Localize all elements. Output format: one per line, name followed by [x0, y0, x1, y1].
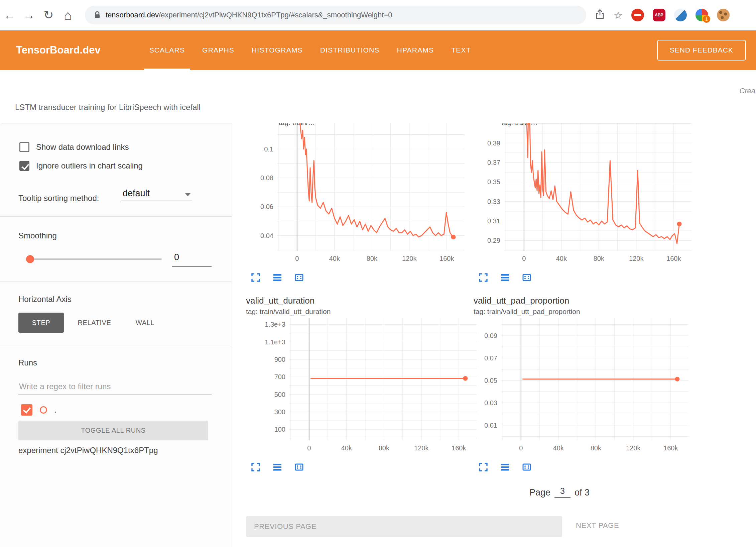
show-download-links-checkbox[interactable] [19, 142, 29, 152]
svg-text:0.1: 0.1 [264, 145, 273, 153]
experiment-id-label: experiment cj2vtPiwQHKN9Q1tx6PTpg [18, 446, 158, 455]
axis-wall-button[interactable]: WALL [126, 313, 164, 333]
smoothing-value[interactable]: 0 [172, 252, 212, 267]
data-table-icon[interactable] [272, 272, 282, 283]
tab-distributions[interactable]: DISTRIBUTIONS [311, 30, 388, 70]
extension-blocker-icon[interactable] [631, 9, 644, 21]
send-feedback-button[interactable]: SEND FEEDBACK [657, 40, 746, 61]
divider [0, 347, 232, 347]
bookmark-star-icon[interactable]: ☆ [614, 9, 623, 21]
toggle-all-runs-button[interactable]: TOGGLE ALL RUNS [18, 421, 208, 440]
svg-text:500: 500 [274, 391, 285, 398]
page-label: Page [529, 487, 550, 498]
fullscreen-icon[interactable] [478, 462, 488, 472]
svg-text:1.1e+3: 1.1e+3 [265, 338, 285, 346]
chevron-down-icon [185, 193, 191, 196]
svg-text:160k: 160k [439, 255, 454, 262]
url-bar[interactable]: tensorboard.dev/experiment/cj2vtPiwQHKN9… [85, 6, 586, 24]
svg-text:0.03: 0.03 [484, 399, 497, 407]
svg-text:0.09: 0.09 [484, 332, 497, 339]
tab-histograms[interactable]: HISTOGRAMS [243, 30, 311, 70]
tab-text[interactable]: TEXT [443, 30, 479, 70]
back-icon[interactable]: ← [0, 8, 19, 22]
previous-page-button[interactable]: PREVIOUS PAGE [246, 516, 562, 537]
app-header: TensorBoard.dev SCALARS GRAPHS HISTOGRAM… [0, 30, 756, 70]
fit-domain-icon[interactable] [522, 462, 532, 472]
tab-hparams[interactable]: HPARAMS [388, 30, 443, 70]
charts-panel: tag: train/… tag: train/… 0.040.060.080.… [232, 123, 756, 547]
chart-plot-bottom-left[interactable]: 1003005007009001.1e+31.3e+3040k80k120k16… [263, 318, 483, 457]
fit-domain-icon[interactable] [294, 462, 304, 472]
tab-graphs[interactable]: GRAPHS [194, 30, 243, 70]
svg-text:120k: 120k [629, 255, 644, 262]
svg-text:1.3e+3: 1.3e+3 [265, 321, 285, 328]
svg-text:40k: 40k [553, 444, 564, 452]
app-logo: TensorBoard.dev [16, 44, 101, 56]
svg-text:80k: 80k [594, 255, 605, 262]
svg-text:0.05: 0.05 [484, 377, 497, 384]
axis-step-button[interactable]: STEP [18, 313, 64, 333]
chart-tag: tag: train/valid_utt_pad_proportion [474, 308, 580, 316]
svg-text:120k: 120k [402, 255, 417, 262]
next-page-button[interactable]: NEXT PAGE [574, 521, 621, 530]
show-download-links-label: Show data download links [36, 142, 129, 152]
tab-scalars[interactable]: SCALARS [141, 30, 194, 70]
ignore-outliers-checkbox[interactable] [19, 161, 29, 171]
cookie-icon[interactable] [717, 9, 730, 21]
svg-text:80k: 80k [591, 444, 602, 452]
chart-title: valid_utt_duration [246, 296, 314, 306]
page-number-input[interactable] [554, 486, 571, 498]
svg-text:0.33: 0.33 [487, 198, 500, 205]
show-download-links-row: Show data download links [19, 142, 129, 152]
smoothing-slider-thumb[interactable] [26, 255, 34, 263]
svg-text:300: 300 [274, 408, 285, 416]
run-color-circle-icon[interactable] [40, 406, 47, 414]
data-table-icon[interactable] [500, 462, 510, 472]
svg-text:80k: 80k [379, 444, 390, 452]
fullscreen-icon[interactable] [478, 272, 488, 283]
runs-filter-input[interactable] [18, 378, 212, 395]
forward-icon[interactable]: → [19, 8, 39, 22]
svg-text:80k: 80k [367, 255, 378, 262]
reload-icon[interactable]: ↻ [39, 8, 58, 22]
url-host: tensorboard.dev [106, 11, 159, 19]
screen: ← → ↻ ⌂ tensorboard.dev/experiment/cj2vt… [0, 0, 756, 547]
svg-text:0.08: 0.08 [260, 174, 273, 182]
chart-plot-top-left[interactable]: 0.040.060.080.1040k80k120k160k [251, 123, 471, 268]
svg-text:900: 900 [274, 356, 285, 363]
subheader: Crea LSTM transducer training for LibriS… [0, 70, 756, 123]
fullscreen-icon[interactable] [251, 272, 261, 283]
chart-plot-bottom-right[interactable]: 0.010.030.050.070.09040k80k120k160k [475, 318, 695, 457]
svg-text:0.39: 0.39 [487, 139, 500, 147]
run-row: . [21, 404, 57, 416]
fit-domain-icon[interactable] [522, 272, 532, 283]
svg-text:0: 0 [307, 444, 311, 452]
smoothing-slider[interactable] [27, 258, 162, 260]
extension-blue-icon[interactable] [674, 9, 687, 21]
chart-tag: tag: train/valid_utt_duration [246, 308, 331, 316]
fullscreen-icon[interactable] [251, 462, 261, 472]
share-icon[interactable] [595, 9, 605, 21]
chart-plot-top-right[interactable]: 0.290.310.330.350.370.39040k80k120k160k [478, 123, 698, 268]
svg-text:0.29: 0.29 [487, 237, 500, 244]
data-table-icon[interactable] [272, 462, 282, 472]
tooltip-sorting-dropdown[interactable]: default [121, 188, 192, 201]
chart-toolbar [251, 462, 304, 472]
run-name: . [54, 405, 57, 415]
home-icon[interactable]: ⌂ [58, 8, 78, 23]
page-total-label: of 3 [575, 487, 590, 498]
profile-avatar[interactable]: 1 [696, 9, 708, 21]
svg-text:120k: 120k [626, 444, 641, 452]
run-checkbox[interactable] [21, 404, 32, 416]
data-table-icon[interactable] [500, 272, 510, 283]
svg-text:0: 0 [519, 444, 523, 452]
top-nav: SCALARS GRAPHS HISTOGRAMS DISTRIBUTIONS … [141, 30, 480, 70]
ignore-outliers-row: Ignore outliers in chart scaling [19, 161, 143, 171]
pagination: Page of 3 [529, 486, 590, 498]
fit-domain-icon[interactable] [294, 272, 304, 283]
svg-text:0.06: 0.06 [260, 203, 273, 210]
experiment-description: LSTM transducer training for LibriSpeech… [15, 103, 201, 112]
extension-abp-icon[interactable]: ABP [653, 9, 665, 21]
axis-relative-button[interactable]: RELATIVE [69, 313, 120, 333]
notification-badge: 1 [703, 15, 710, 23]
